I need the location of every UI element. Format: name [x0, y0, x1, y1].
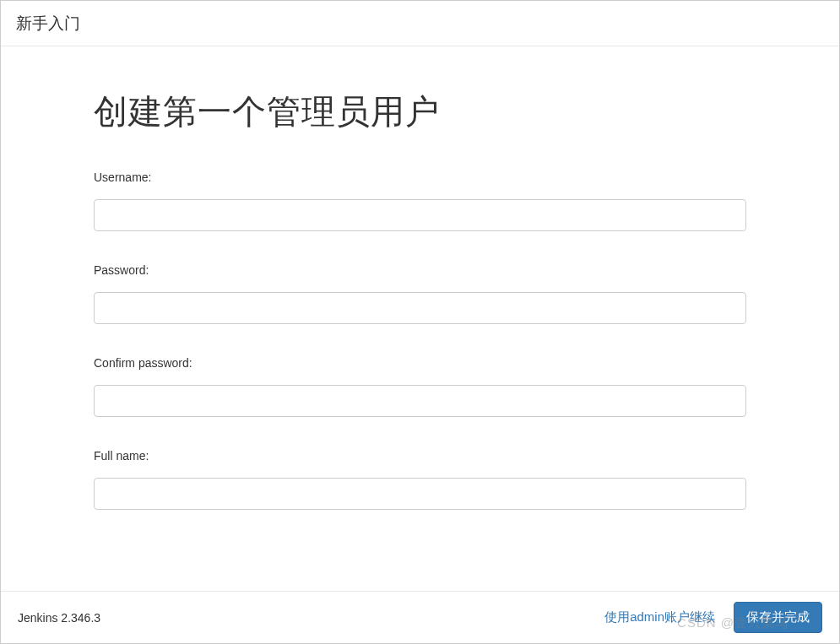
save-and-finish-button[interactable]: 保存并完成: [734, 602, 822, 633]
username-input[interactable]: [94, 199, 746, 231]
form-group-full-name: Full name:: [94, 449, 746, 510]
footer-actions: 使用admin账户继续 保存并完成: [604, 602, 822, 633]
password-label: Password:: [94, 263, 746, 277]
page-heading: 创建第一个管理员用户: [94, 89, 746, 135]
full-name-input[interactable]: [94, 478, 746, 510]
form-group-confirm-password: Confirm password:: [94, 356, 746, 417]
form-group-password: Password:: [94, 263, 746, 324]
skip-admin-link[interactable]: 使用admin账户继续: [604, 609, 715, 625]
full-name-label: Full name:: [94, 449, 746, 463]
confirm-password-label: Confirm password:: [94, 356, 746, 370]
username-label: Username:: [94, 170, 746, 184]
confirm-password-input[interactable]: [94, 385, 746, 417]
header-title: 新手入门: [16, 13, 80, 35]
header-bar: 新手入门: [1, 1, 839, 46]
form-group-username: Username:: [94, 170, 746, 231]
main-content: 创建第一个管理员用户 Username: Password: Confirm p…: [1, 46, 839, 510]
footer-version: Jenkins 2.346.3: [18, 611, 100, 625]
password-input[interactable]: [94, 292, 746, 324]
footer-bar: Jenkins 2.346.3 使用admin账户继续 保存并完成: [1, 591, 839, 643]
